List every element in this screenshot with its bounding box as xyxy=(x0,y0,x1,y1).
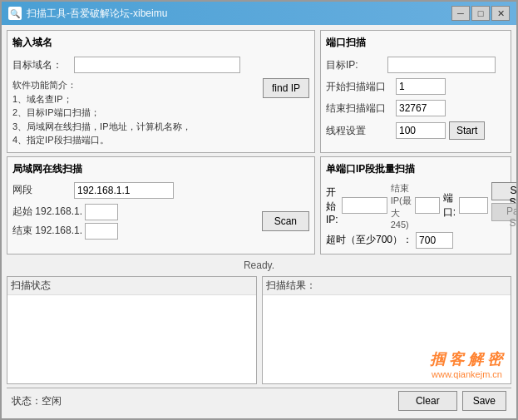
timeout-label: 超时（至少700）： xyxy=(326,233,412,247)
watermark-text: 掴 客 解 密 xyxy=(430,351,502,368)
timeout-input[interactable] xyxy=(416,232,453,249)
batch-start-ip-label: 开始IP: xyxy=(326,185,338,225)
find-ip-button[interactable]: find IP xyxy=(263,78,309,98)
left-top-panel: 输入域名 目标域名： 软件功能简介： 1、域名查IP； 2、目标IP端口扫描； … xyxy=(7,30,315,153)
end-port-row: 结束扫描端口 xyxy=(326,100,506,116)
start-port-input[interactable] xyxy=(396,78,446,95)
batch-end-ip-input[interactable] xyxy=(415,197,440,214)
main-window: 🔍 扫描工具-吾爱破解论坛-xibeimu ─ □ ✕ 输入域名 目标域名： 软… xyxy=(0,0,518,420)
thread-row: 线程设置 Start xyxy=(326,121,506,140)
start-port-label: 开始扫描端口 xyxy=(326,80,392,94)
segment-label: 网段 xyxy=(12,183,71,197)
target-domain-input[interactable] xyxy=(74,57,240,73)
ready-text: Ready. xyxy=(244,259,274,271)
top-row: 输入域名 目标域名： 软件功能简介： 1、域名查IP； 2、目标IP端口扫描； … xyxy=(7,30,511,153)
start-ip-prefix: 起始 192.168.1. xyxy=(12,205,82,219)
desc-line-1: 1、域名查IP； xyxy=(12,92,258,106)
clear-button[interactable]: Clear xyxy=(398,391,457,411)
end-port-label: 结束扫描端口 xyxy=(326,101,392,116)
target-domain-label: 目标域名： xyxy=(12,58,71,72)
close-button[interactable]: ✕ xyxy=(491,6,510,21)
ready-bar: Ready. xyxy=(7,258,511,273)
batch-top-row: 开始IP: 结束IP(最大245) 端口: xyxy=(326,182,488,230)
target-domain-row: 目标域名： xyxy=(12,57,309,73)
scan-status-content xyxy=(7,295,256,384)
thread-label: 线程设置 xyxy=(326,124,392,138)
title-controls: ─ □ ✕ xyxy=(451,6,510,21)
watermark-url: www.qiankejm.cn xyxy=(430,369,502,379)
status-buttons: Clear Save xyxy=(398,391,506,411)
start-ip-input[interactable] xyxy=(85,204,118,220)
scan-results-row: 扫描状态 扫描结果： 掴 客 解 密 www.qiankejm.cn xyxy=(7,276,511,385)
target-ip-row: 目标IP: xyxy=(326,57,506,73)
segment-input[interactable] xyxy=(74,182,174,199)
title-bar-left: 🔍 扫描工具-吾爱破解论坛-xibeimu xyxy=(8,7,167,21)
timeout-row: 超时（至少700）： xyxy=(326,232,488,249)
net-segment-row: 网段 xyxy=(12,182,309,199)
batch-scan-panel: 单端口IP段批量扫描 开始IP: 结束IP(最大245) 端口: 超时（至少70 xyxy=(320,156,511,254)
end-port-input[interactable] xyxy=(396,100,446,116)
desc-line-4: 4、指定IP段扫描端口。 xyxy=(12,133,258,147)
scan-status-label: 扫描状态 xyxy=(7,277,256,295)
input-domain-title: 输入域名 xyxy=(12,36,309,50)
scan-status-panel: 扫描状态 xyxy=(7,276,257,385)
end-ip-row: 结束 192.168.1. xyxy=(12,223,255,240)
end-ip-input[interactable] xyxy=(85,223,118,240)
lan-scan-panel: 局域网在线扫描 网段 起始 192.168.1. 结束 192.168.1. xyxy=(7,156,315,254)
batch-port-input[interactable] xyxy=(459,197,488,214)
watermark: 掴 客 解 密 www.qiankejm.cn xyxy=(430,349,502,379)
software-desc: 软件功能简介： 1、域名查IP； 2、目标IP端口扫描； 3、局域网在线扫描，I… xyxy=(12,78,258,147)
start-port-row: 开始扫描端口 xyxy=(326,78,506,95)
status-text: 状态：空闲 xyxy=(12,394,62,408)
target-ip-input[interactable] xyxy=(387,57,496,73)
batch-port-label: 端口: xyxy=(443,191,456,220)
main-content: 输入域名 目标域名： 软件功能简介： 1、域名查IP； 2、目标IP端口扫描； … xyxy=(2,25,516,418)
scan-result-panel: 扫描结果： 掴 客 解 密 www.qiankejm.cn xyxy=(262,276,512,385)
lan-scan-title: 局域网在线扫描 xyxy=(12,162,309,176)
window-title: 扫描工具-吾爱破解论坛-xibeimu xyxy=(27,7,167,21)
batch-scan-title: 单端口IP段批量扫描 xyxy=(326,162,506,176)
app-icon: 🔍 xyxy=(8,7,22,20)
middle-row: 局域网在线扫描 网段 起始 192.168.1. 结束 192.168.1. xyxy=(7,156,511,254)
end-ip-prefix: 结束 192.168.1. xyxy=(12,224,82,238)
start-scan-button[interactable]: Start Scan xyxy=(491,182,516,200)
thread-input[interactable] xyxy=(396,122,446,139)
desc-title: 软件功能简介： xyxy=(12,78,258,92)
title-bar: 🔍 扫描工具-吾爱破解论坛-xibeimu ─ □ ✕ xyxy=(2,2,516,25)
scan-result-content: 掴 客 解 密 www.qiankejm.cn xyxy=(263,295,511,384)
lan-scan-button[interactable]: Scan xyxy=(262,211,309,231)
desc-line-2: 2、目标IP端口扫描； xyxy=(12,106,258,120)
start-ip-row: 起始 192.168.1. xyxy=(12,204,255,220)
desc-line-3: 3、局域网在线扫描，IP地址，计算机名称， xyxy=(12,120,258,134)
batch-end-ip-label: 结束IP(最大245) xyxy=(391,182,412,230)
batch-start-ip-input[interactable] xyxy=(342,197,387,214)
desc-section: 软件功能简介： 1、域名查IP； 2、目标IP端口扫描； 3、局域网在线扫描，I… xyxy=(12,78,309,147)
batch-buttons: Start Scan Pause Scan xyxy=(491,182,516,249)
port-scan-panel: 端口扫描 目标IP: 开始扫描端口 结束扫描端口 线程设置 Start xyxy=(320,30,511,153)
port-scan-start-button[interactable]: Start xyxy=(449,121,485,140)
maximize-button[interactable]: □ xyxy=(471,6,490,21)
port-scan-title: 端口扫描 xyxy=(326,36,506,50)
minimize-button[interactable]: ─ xyxy=(451,6,470,21)
target-ip-label: 目标IP: xyxy=(326,58,384,72)
save-button[interactable]: Save xyxy=(462,391,506,411)
status-bar: 状态：空闲 Clear Save xyxy=(7,388,511,413)
scan-result-label: 扫描结果： xyxy=(263,277,511,295)
pause-scan-button[interactable]: Pause Scan xyxy=(491,203,516,221)
